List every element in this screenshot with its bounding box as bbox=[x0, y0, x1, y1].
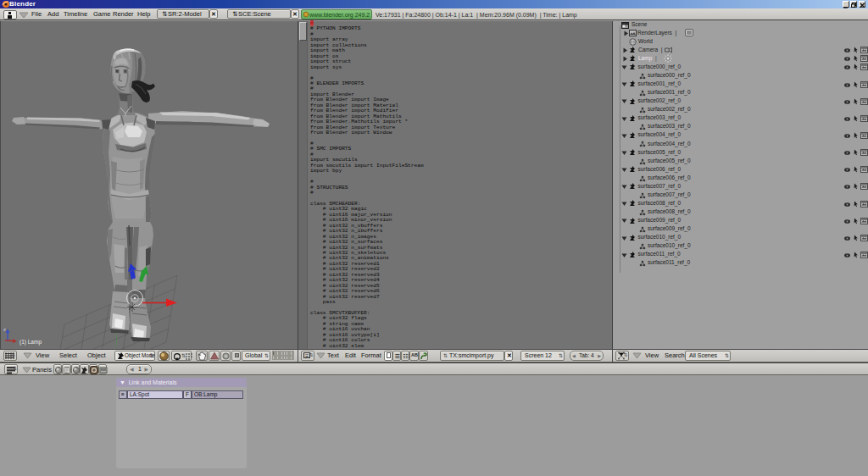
svg-text:z: z bbox=[3, 327, 6, 332]
svg-text:(1) Lamp: (1) Lamp bbox=[19, 339, 42, 346]
